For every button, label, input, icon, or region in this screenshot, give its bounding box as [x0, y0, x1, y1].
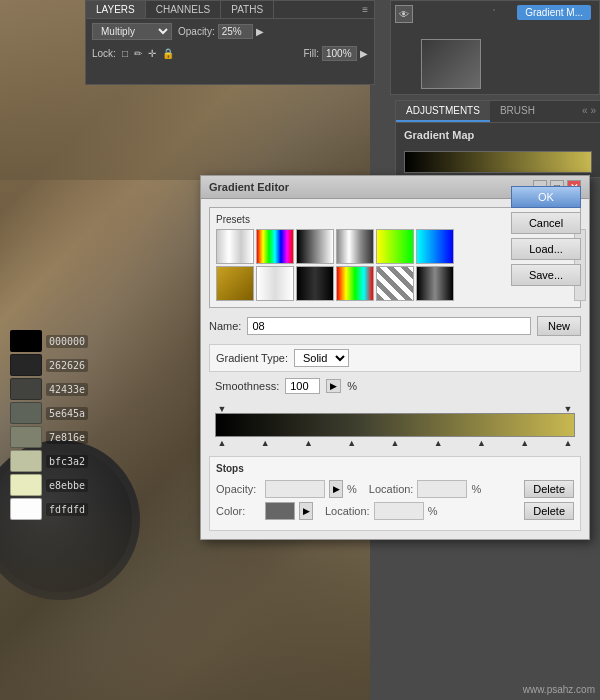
tab-channels[interactable]: CHANNELS — [146, 1, 221, 18]
opacity-arrow[interactable]: ▶ — [256, 26, 264, 37]
preset-bw[interactable] — [296, 229, 334, 264]
fill-label: Fill: — [303, 48, 319, 59]
swatch-hex: 262626 — [46, 359, 88, 372]
opacity-field-label: Opacity: — [216, 483, 261, 495]
swatch-color — [10, 378, 42, 400]
swatch-item[interactable]: bfc3a2 — [10, 450, 88, 472]
cancel-button[interactable]: Cancel — [511, 212, 581, 234]
color-stop-2[interactable]: ▲ — [260, 438, 270, 448]
opacity-stop-right[interactable]: ▼ — [563, 404, 573, 412]
lock-move-icon[interactable]: ✛ — [148, 48, 156, 59]
swatch-color — [10, 402, 42, 424]
tab-brush[interactable]: BRUSH — [490, 101, 545, 122]
swatch-color — [10, 426, 42, 448]
lock-unlocked-icon[interactable]: □ — [122, 48, 128, 59]
preset-dark[interactable] — [296, 266, 334, 301]
smoothness-arrow-button[interactable]: ▶ — [326, 379, 341, 393]
opacity-location-box[interactable] — [417, 480, 467, 498]
opacity-location-label: Location: — [369, 483, 414, 495]
swatch-color — [10, 330, 42, 352]
color-stop-3[interactable]: ▲ — [304, 438, 314, 448]
color-swatch-box[interactable] — [265, 502, 295, 520]
fill-control: Fill: ▶ — [303, 46, 368, 61]
thumbnail-panel: 👁 Gradient M... — [390, 0, 600, 95]
gradient-name-input[interactable] — [247, 317, 531, 335]
preset-rainbow2[interactable] — [336, 266, 374, 301]
adjustment-gradient-preview[interactable] — [404, 151, 592, 173]
gradient-type-select[interactable]: Solid — [294, 349, 349, 367]
stops-label: Stops — [216, 463, 574, 474]
top-stop-arrows: ▼ ▼ — [215, 404, 575, 412]
blend-mode-select[interactable]: Multiply — [92, 23, 172, 40]
ok-button[interactable]: OK — [511, 186, 581, 208]
swatch-hex: fdfdfd — [46, 503, 88, 516]
color-stop-4[interactable]: ▲ — [347, 438, 357, 448]
opacity-arrow-btn[interactable]: ▶ — [329, 480, 343, 498]
bottom-stop-arrows: ▲ ▲ ▲ ▲ ▲ ▲ ▲ ▲ ▲ — [215, 438, 575, 448]
color-stop-8[interactable]: ▲ — [520, 438, 530, 448]
adj-panel-controls[interactable]: « » — [578, 101, 600, 122]
opacity-input[interactable] — [218, 24, 253, 39]
swatch-color — [10, 354, 42, 376]
opacity-delete-button[interactable]: Delete — [524, 480, 574, 498]
color-stop-1[interactable]: ▲ — [217, 438, 227, 448]
gradient-editor-body: Presets ▶ — [201, 199, 589, 539]
preset-checker[interactable] — [216, 229, 254, 264]
name-label: Name: — [209, 320, 241, 332]
preset-rainbow[interactable] — [256, 229, 294, 264]
lock-row: Lock: □ ✏ ✛ 🔒 Fill: ▶ — [86, 44, 374, 63]
save-button[interactable]: Save... — [511, 264, 581, 286]
fill-input[interactable] — [322, 46, 357, 61]
preset-white[interactable] — [256, 266, 294, 301]
preset-yellow-green[interactable] — [376, 229, 414, 264]
layer-thumbnail-large — [493, 9, 495, 11]
opacity-stop-left[interactable]: ▼ — [217, 404, 227, 412]
new-gradient-button[interactable]: New — [537, 316, 581, 336]
opacity-label: Opacity: — [178, 26, 215, 37]
stops-section: Stops Opacity: ▶ % Location: % Delete Co… — [209, 456, 581, 531]
swatch-item[interactable]: 000000 — [10, 330, 88, 352]
swatch-item[interactable]: e8ebbe — [10, 474, 88, 496]
color-stop-7[interactable]: ▲ — [477, 438, 487, 448]
color-arrow-btn[interactable]: ▶ — [299, 502, 313, 520]
color-location-box[interactable] — [374, 502, 424, 520]
color-stop-6[interactable]: ▲ — [433, 438, 443, 448]
swatch-color — [10, 498, 42, 520]
lock-brush-icon[interactable]: ✏ — [134, 48, 142, 59]
swatch-item[interactable]: 5e645a — [10, 402, 88, 424]
fill-arrow[interactable]: ▶ — [360, 48, 368, 59]
eye-icon[interactable]: 👁 — [395, 5, 413, 23]
swatch-item[interactable]: 42433e — [10, 378, 88, 400]
opacity-stop-row: Opacity: ▶ % Location: % Delete — [216, 480, 574, 498]
opacity-value-box[interactable] — [265, 480, 325, 498]
smoothness-row: Smoothness: ▶ % — [209, 378, 581, 394]
color-delete-button[interactable]: Delete — [524, 502, 574, 520]
layer-thumbnail-small — [421, 39, 481, 89]
color-stop-9[interactable]: ▲ — [563, 438, 573, 448]
tab-layers[interactable]: LAYERS — [86, 1, 146, 18]
preset-checker2[interactable] — [376, 266, 414, 301]
gradient-editor-window: Gradient Editor _ □ ✕ Presets ▶ — [200, 175, 590, 540]
action-buttons: OK Cancel Load... Save... — [511, 186, 581, 286]
swatch-item[interactable]: fdfdfd — [10, 498, 88, 520]
gradient-bar[interactable] — [215, 413, 575, 437]
panel-menu-icon[interactable]: ≡ — [356, 1, 374, 18]
color-location-label: Location: — [325, 505, 370, 517]
preset-gold[interactable] — [216, 266, 254, 301]
swatch-hex: e8ebbe — [46, 479, 88, 492]
smoothness-input[interactable] — [285, 378, 320, 394]
tab-paths[interactable]: PATHS — [221, 1, 274, 18]
color-stop-5[interactable]: ▲ — [390, 438, 400, 448]
preset-dark2[interactable] — [416, 266, 454, 301]
preset-cyan[interactable] — [416, 229, 454, 264]
opacity-control: Opacity: ▶ — [178, 24, 264, 39]
swatch-item[interactable]: 7e816e — [10, 426, 88, 448]
load-button[interactable]: Load... — [511, 238, 581, 260]
gradient-name-row: Name: New — [209, 316, 581, 336]
lock-all-icon[interactable]: 🔒 — [162, 48, 174, 59]
swatch-item[interactable]: 262626 — [10, 354, 88, 376]
tab-adjustments[interactable]: ADJUSTMENTS — [396, 101, 490, 122]
swatch-hex: 7e816e — [46, 431, 88, 444]
preset-metallic[interactable] — [336, 229, 374, 264]
layers-panel: LAYERS CHANNELS PATHS ≡ Multiply Opacity… — [85, 0, 375, 85]
